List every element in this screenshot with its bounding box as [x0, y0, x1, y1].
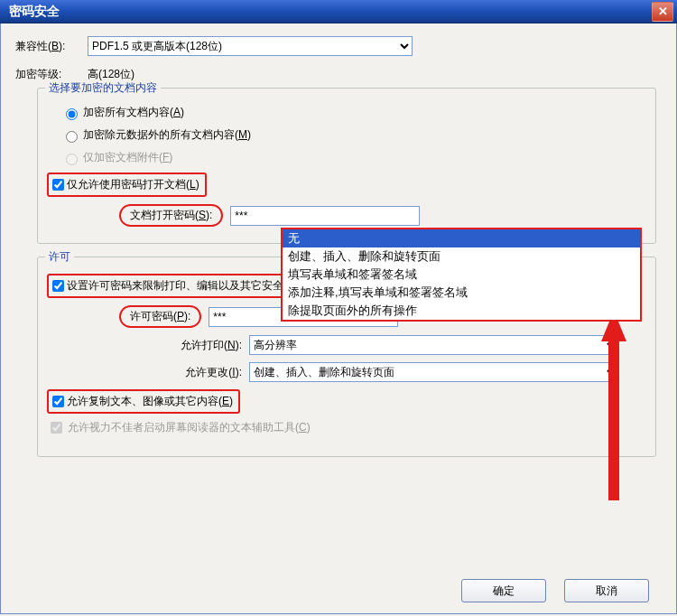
check-open-pw[interactable]	[52, 179, 64, 191]
window-title: 密码安全	[9, 4, 60, 20]
list-item[interactable]: 创建、插入、删除和旋转页面	[283, 247, 640, 266]
cancel-button[interactable]: 取消	[564, 579, 649, 602]
group-permission-legend: 许可	[45, 249, 74, 265]
list-item[interactable]: 添加注释,填写表单域和签署签名域	[283, 284, 640, 302]
radio-encrypt-all-label: 加密所有文档内容(A)	[83, 105, 184, 120]
radio-encrypt-except-meta[interactable]	[66, 131, 78, 143]
highlight-perm-pw-label: 许可密码(P):	[119, 305, 201, 328]
check-allow-reader	[51, 422, 62, 434]
check-open-pw-label: 仅允许使用密码打开文档(L)	[67, 177, 199, 192]
check-restrict[interactable]	[52, 280, 64, 292]
allow-change-listbox[interactable]: 无 创建、插入、删除和旋转页面 填写表单域和签署签名域 添加注释,填写表单域和签…	[281, 228, 642, 322]
radio-encrypt-all[interactable]	[66, 108, 78, 120]
allow-print-label: 允许打印(N):	[61, 338, 249, 353]
allow-change-select[interactable]: 创建、插入、删除和旋转页面	[249, 362, 619, 382]
close-icon: ✕	[658, 5, 668, 18]
compat-select[interactable]: PDF1.5 或更高版本(128位)	[88, 36, 413, 56]
list-item[interactable]: 无	[283, 229, 640, 247]
perm-pw-label: 许可密码(P):	[130, 310, 190, 322]
group-content: 选择要加密的文档内容 加密所有文档内容(A) 加密除元数据外的所有文档内容(M)…	[37, 88, 656, 244]
list-item[interactable]: 除提取页面外的所有操作	[283, 302, 640, 320]
check-allow-reader-label: 允许视力不佳者启动屏幕阅读器的文本辅助工具(C)	[68, 420, 311, 435]
radio-encrypt-attach-only-label: 仅加密文档附件(F)	[83, 150, 172, 165]
radio-encrypt-attach-only	[66, 154, 78, 165]
list-item[interactable]: 填写表单域和签署签名域	[283, 266, 640, 284]
close-button[interactable]: ✕	[652, 2, 673, 22]
check-allow-copy-label: 允许复制文本、图像或其它内容(E)	[67, 394, 233, 409]
allow-print-select[interactable]: 高分辨率	[249, 335, 619, 355]
ok-button[interactable]: 确定	[461, 579, 546, 602]
allow-change-label: 允许更改(I):	[61, 365, 249, 380]
highlight-copy: 允许复制文本、图像或其它内容(E)	[47, 389, 240, 414]
group-content-legend: 选择要加密的文档内容	[45, 80, 161, 96]
title-bar: 密码安全 ✕	[0, 0, 677, 23]
check-allow-copy[interactable]	[52, 396, 64, 407]
highlight-open-pw: 仅允许使用密码打开文档(L)	[47, 173, 207, 197]
open-pw-label: 文档打开密码(S):	[130, 209, 212, 221]
open-pw-input[interactable]	[230, 206, 420, 226]
compat-label: 兼容性(B):	[15, 39, 88, 54]
radio-encrypt-except-meta-label: 加密除元数据外的所有文档内容(M)	[83, 127, 251, 143]
highlight-open-pw-label: 文档打开密码(S):	[119, 204, 223, 227]
